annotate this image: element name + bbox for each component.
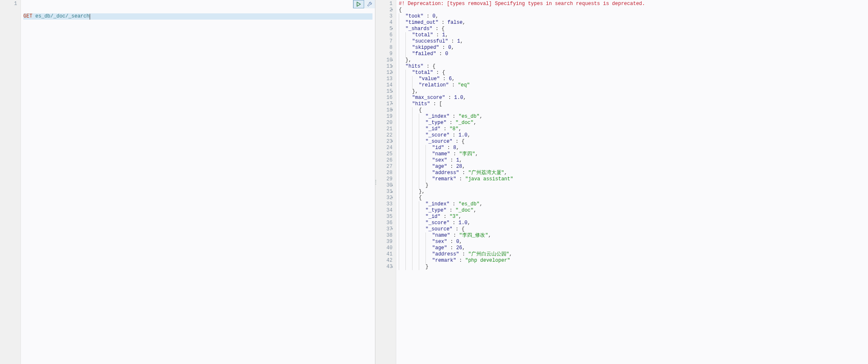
token-num: 1 <box>442 32 445 38</box>
fold-close-icon[interactable]: ▴ <box>391 182 393 189</box>
indent-guide <box>419 264 425 270</box>
indent-guide <box>399 189 405 195</box>
fold-open-icon[interactable]: ▾ <box>391 101 393 107</box>
indent-guide <box>405 182 412 189</box>
fold-open-icon[interactable]: ▾ <box>391 26 393 32</box>
fold-open-icon[interactable]: ▾ <box>391 63 393 70</box>
indent-guide <box>419 126 425 132</box>
fold-open-icon[interactable]: ▾ <box>391 107 393 114</box>
token-pun: , <box>473 207 476 214</box>
token-pun: : <box>450 114 459 120</box>
fold-open-icon[interactable]: ▾ <box>391 7 393 13</box>
token-str: "李四" <box>459 151 475 157</box>
fold-open-icon[interactable]: ▾ <box>391 139 393 145</box>
indent-guide <box>412 170 419 176</box>
token-key: "address" <box>432 251 459 258</box>
token-pun: } <box>425 182 428 189</box>
indent-guide <box>412 239 419 245</box>
indent-guide <box>405 82 412 88</box>
line-number: 29 <box>377 176 392 182</box>
indent-guide <box>399 164 405 170</box>
indent-guide <box>412 189 419 195</box>
line-number: 38 <box>377 233 392 239</box>
token-pun: : { <box>423 63 435 70</box>
token-pun: : <box>459 170 468 176</box>
indent-guide <box>405 32 412 38</box>
token-str: "李四_修改" <box>459 233 488 239</box>
fold-close-icon[interactable]: ▴ <box>391 88 393 95</box>
indent-guide <box>412 145 419 151</box>
response-line: "_source" : { <box>399 226 865 233</box>
indent-guide <box>425 170 432 176</box>
token-pun: , <box>451 45 454 51</box>
indent-guide <box>412 214 419 220</box>
line-number: 7 <box>377 38 392 45</box>
line-number: 33 <box>377 201 392 207</box>
fold-close-icon[interactable]: ▴ <box>391 189 393 195</box>
indent-guide <box>425 258 432 264</box>
line-number: 31▴ <box>377 189 392 195</box>
fold-close-icon[interactable]: ▴ <box>391 264 393 270</box>
indent-guide <box>405 164 412 170</box>
indent-guide <box>425 151 432 157</box>
token-pun: , <box>459 239 462 245</box>
token-pun: : <box>436 51 445 57</box>
indent-guide <box>412 151 419 157</box>
indent-guide <box>405 176 412 182</box>
line-number: 1 <box>377 1 392 7</box>
token-pun: , <box>473 120 476 126</box>
token-pun: : <box>440 126 450 132</box>
line-number: 20 <box>377 120 392 126</box>
token-pun: , <box>445 32 448 38</box>
response-line: "_score" : 1.0, <box>399 132 865 139</box>
response-line: #! Deprecation: [types removal] Specifyi… <box>399 1 865 7</box>
token-pun: : <box>446 207 455 214</box>
send-request-button[interactable] <box>353 0 364 8</box>
indent-guide <box>405 157 412 164</box>
indent-guide <box>419 214 425 220</box>
response-code[interactable]: #! Deprecation: [types removal] Specifyi… <box>396 0 868 364</box>
indent-guide <box>405 189 412 195</box>
indent-guide <box>412 245 419 251</box>
indent-guide <box>405 226 412 233</box>
token-num: 1.0 <box>458 132 468 139</box>
indent-guide <box>399 101 405 107</box>
indent-guide <box>405 51 412 57</box>
indent-guide <box>425 239 432 245</box>
indent-guide <box>405 139 412 145</box>
token-num: 0 <box>448 45 451 51</box>
fold-close-icon[interactable]: ▴ <box>391 57 393 63</box>
indent-guide <box>405 264 412 270</box>
response-line: { <box>399 195 865 201</box>
token-str: "_doc" <box>455 120 473 126</box>
token-key: "_shards" <box>405 26 433 32</box>
request-gutter: 1 <box>0 0 21 364</box>
token-pun: }, <box>412 88 418 95</box>
token-pun: , <box>480 114 483 120</box>
request-code[interactable]: GET es_db/_doc/_search <box>21 0 375 364</box>
token-pun: , <box>480 201 483 207</box>
line-number: 13 <box>377 76 392 82</box>
wrench-button[interactable] <box>364 0 375 8</box>
indent-guide <box>399 233 405 239</box>
indent-guide <box>399 13 405 20</box>
response-line: { <box>399 7 865 13</box>
panel-resize-handle[interactable]: ⋮ <box>373 179 379 185</box>
response-line: "timed_out" : false, <box>399 20 865 26</box>
fold-open-icon[interactable]: ▾ <box>391 195 393 201</box>
token-key: "remark" <box>432 258 456 264</box>
indent-guide <box>412 76 419 82</box>
token-pun: }, <box>405 57 411 63</box>
fold-open-icon[interactable]: ▾ <box>391 226 393 233</box>
text-cursor <box>90 14 90 20</box>
token-str: "java assistant" <box>465 176 513 182</box>
indent-guide <box>419 132 425 139</box>
token-pun: : <box>449 82 458 88</box>
token-key: "age" <box>432 164 447 170</box>
request-line[interactable]: GET es_db/_doc/_search <box>23 13 372 20</box>
fold-open-icon[interactable]: ▾ <box>391 70 393 76</box>
line-number: 16 <box>377 95 392 101</box>
indent-guide <box>399 151 405 157</box>
token-key: "_index" <box>425 201 450 207</box>
indent-guide <box>405 101 412 107</box>
